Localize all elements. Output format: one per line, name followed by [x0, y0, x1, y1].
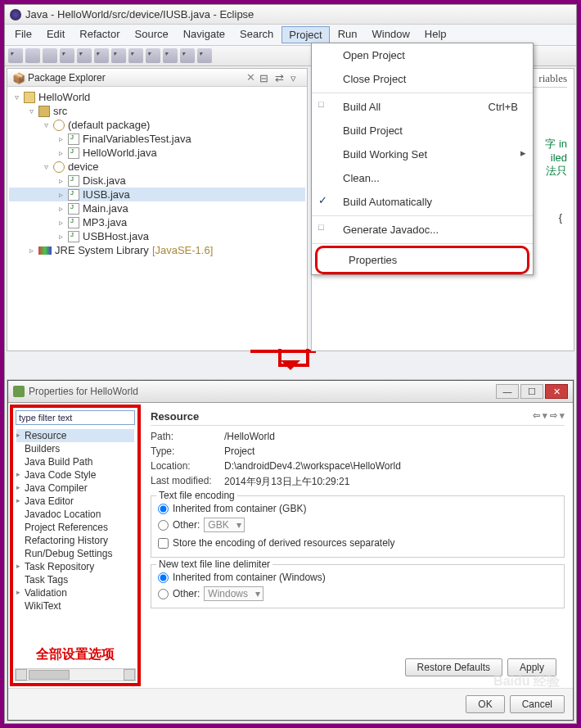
category-panel: Resource Builders Java Build Path Java C…: [10, 405, 141, 686]
mi-close-project[interactable]: Close Project: [312, 67, 533, 91]
apply-button[interactable]: Apply: [507, 658, 556, 676]
tb-external-icon[interactable]: [94, 48, 109, 63]
nav-buttons[interactable]: ⇦ ▾ ⇨ ▾: [533, 410, 565, 423]
filter-input[interactable]: [16, 410, 135, 425]
menu-project[interactable]: Project: [281, 26, 329, 43]
cat-project-refs[interactable]: Project References: [16, 521, 134, 534]
java-file-icon: [68, 231, 79, 242]
cat-java-editor[interactable]: Java Editor: [16, 495, 134, 508]
cat-builders[interactable]: Builders: [16, 442, 134, 455]
menubar: File Edit Refactor Source Navigate Searc…: [5, 25, 576, 46]
delim-other-radio[interactable]: [158, 589, 169, 599]
arrow-annotation: [266, 349, 315, 380]
cat-validation[interactable]: Validation: [16, 586, 134, 599]
package-explorer-view: 📦 Package Explorer ✕ ⊟ ⇄ ▿ ▿HelloWorld ▿…: [7, 68, 308, 351]
java-file-icon: [68, 189, 79, 201]
tb-save-all-icon[interactable]: [43, 48, 57, 63]
tb-new-icon[interactable]: [8, 48, 23, 63]
mi-build-project[interactable]: Build Project: [312, 119, 533, 142]
menu-search[interactable]: Search: [233, 26, 280, 43]
delim-inherit-radio[interactable]: [158, 572, 169, 583]
project-menu-dropdown: Open Project Close Project Build AllCtrl…: [311, 43, 534, 275]
mi-build-all[interactable]: Build AllCtrl+B: [312, 95, 533, 119]
view-menu-icon[interactable]: ▿: [290, 72, 302, 84]
java-file-icon: [68, 217, 79, 228]
tb-new-class-icon[interactable]: [128, 48, 143, 63]
modified-value: 2014年9月13日上午10:29:21: [224, 475, 349, 489]
maximize-button[interactable]: ☐: [520, 384, 543, 399]
restore-defaults-button[interactable]: Restore Defaults: [405, 658, 502, 676]
cat-wikitext[interactable]: WikiText: [16, 599, 134, 613]
tb-new-pkg-icon[interactable]: [111, 48, 126, 63]
window-title: Java - HelloWorld/src/device/IUSB.java -…: [25, 8, 254, 20]
project-icon: [24, 92, 35, 103]
encoding-fieldset: Text file encoding Inherited from contai…: [151, 495, 565, 558]
menu-help[interactable]: Help: [418, 26, 453, 43]
tb-run-icon[interactable]: [77, 48, 92, 63]
package-explorer-icon: 📦: [12, 72, 24, 84]
tb-tasks-icon[interactable]: [180, 48, 195, 63]
cat-run-debug[interactable]: Run/Debug Settings: [16, 547, 134, 560]
cat-javadoc-location[interactable]: Javadoc Location: [16, 508, 134, 521]
enc-inherit-radio[interactable]: [158, 504, 169, 514]
menu-source[interactable]: Source: [128, 26, 175, 43]
mi-open-project[interactable]: Open Project: [312, 43, 533, 67]
tb-save-icon[interactable]: [25, 48, 40, 63]
tb-misc-icon[interactable]: [197, 48, 212, 63]
explorer-close-icon[interactable]: ✕: [246, 71, 255, 84]
h-scrollbar[interactable]: [15, 668, 136, 681]
menu-window[interactable]: Window: [366, 26, 417, 43]
delimiter-fieldset: New text file line delimiter Inherited f…: [151, 564, 565, 608]
cat-task-repo[interactable]: Task Repository: [16, 560, 134, 573]
menu-edit[interactable]: Edit: [40, 26, 71, 43]
mi-build-working-set[interactable]: Build Working Set: [312, 142, 533, 166]
delim-combo[interactable]: Windows: [204, 586, 263, 601]
menu-refactor[interactable]: Refactor: [73, 26, 126, 43]
scroll-right-icon[interactable]: [124, 669, 135, 681]
cancel-button[interactable]: Cancel: [510, 695, 565, 713]
tb-open-type-icon[interactable]: [146, 48, 160, 63]
minimize-button[interactable]: —: [496, 384, 519, 399]
library-icon: [38, 246, 52, 255]
cat-refactoring[interactable]: Refactoring History: [16, 534, 134, 547]
java-file-icon: [68, 147, 79, 159]
cat-resource[interactable]: Resource: [16, 429, 134, 442]
tb-debug-icon[interactable]: [60, 48, 74, 63]
left-annotation: 全部设置选项: [13, 643, 137, 667]
ok-button[interactable]: OK: [466, 695, 504, 713]
cat-task-tags[interactable]: Task Tags: [16, 573, 134, 586]
category-list[interactable]: Resource Builders Java Build Path Java C…: [13, 427, 137, 643]
collapse-all-icon[interactable]: ⊟: [259, 72, 271, 84]
package-tree[interactable]: ▿HelloWorld ▿src ▿(default package) ▹Fin…: [7, 87, 307, 260]
menu-file[interactable]: File: [8, 26, 38, 43]
mi-gen-javadoc[interactable]: Generate Javadoc...: [312, 218, 533, 242]
link-editor-icon[interactable]: ⇄: [275, 72, 286, 84]
close-button[interactable]: ✕: [545, 384, 568, 399]
cat-java-build-path[interactable]: Java Build Path: [16, 455, 134, 468]
enc-combo[interactable]: GBK: [204, 518, 244, 532]
page-heading: Resource: [151, 410, 199, 423]
mi-properties[interactable]: Properties: [318, 248, 527, 272]
package-explorer-title: Package Explorer: [28, 72, 242, 84]
package-icon: [53, 120, 65, 131]
enc-other-radio[interactable]: [158, 520, 169, 531]
menu-run[interactable]: Run: [331, 26, 364, 43]
scroll-left-icon[interactable]: [16, 669, 27, 681]
scroll-thumb[interactable]: [29, 670, 70, 680]
mi-clean[interactable]: Clean...: [312, 166, 533, 190]
menu-navigate[interactable]: Navigate: [177, 26, 232, 43]
dialog-icon: [13, 386, 25, 397]
cat-java-code-style[interactable]: Java Code Style: [16, 468, 134, 482]
java-file-icon: [68, 175, 79, 187]
eclipse-icon: [10, 9, 21, 20]
tb-search-icon[interactable]: [163, 48, 178, 63]
eclipse-titlebar: Java - HelloWorld/src/device/IUSB.java -…: [5, 5, 576, 25]
package-icon: [53, 161, 65, 173]
dialog-title: Properties for HelloWorld: [29, 386, 494, 397]
tree-item-selected: ▹IUSB.java: [9, 188, 305, 201]
src-folder-icon: [38, 106, 50, 117]
store-derived-checkbox[interactable]: [158, 538, 169, 549]
cat-java-compiler[interactable]: Java Compiler: [16, 482, 134, 495]
type-value: Project: [224, 445, 254, 457]
mi-build-auto[interactable]: Build Automatically: [312, 190, 533, 214]
